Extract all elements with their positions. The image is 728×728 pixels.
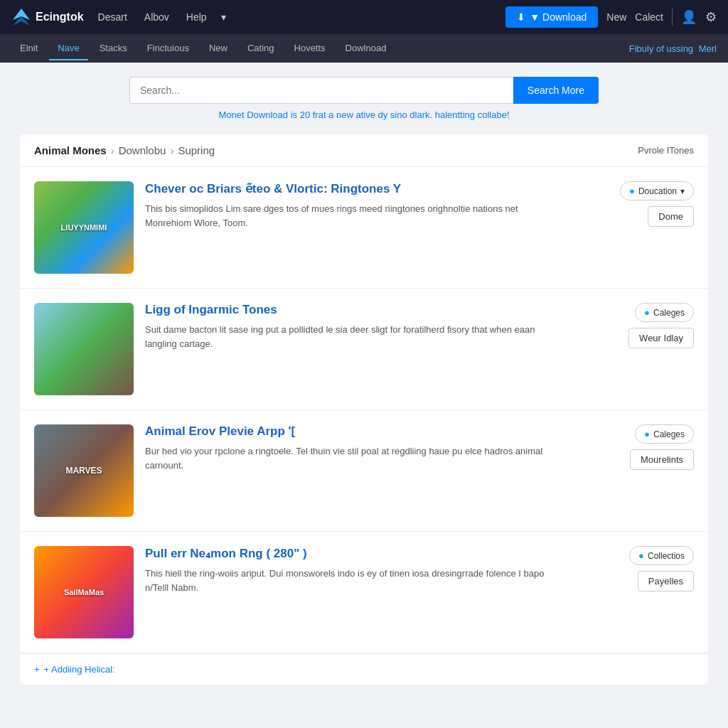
breadcrumb-right-text: Pvrole ITones <box>638 145 694 156</box>
nav-desart[interactable]: Desart <box>95 9 130 26</box>
nav-albov[interactable]: Albov <box>141 9 172 26</box>
result-title-4[interactable]: Pull err Ne₄mon Rng ( 280" ) <box>145 546 555 561</box>
tag-icon-1: ● <box>629 186 635 196</box>
result-body-1: Chever oc Briars ẽteo & Vlortic: Rington… <box>145 181 555 230</box>
poster-label-3: MARVES <box>63 463 105 478</box>
search-bar: Search More <box>129 77 599 104</box>
result-action-button-4[interactable]: Payelles <box>638 571 694 592</box>
breadcrumb-item-2[interactable]: Downlobu <box>119 144 166 156</box>
result-action-button-3[interactable]: Mourelints <box>630 449 694 470</box>
subnav-hovetts[interactable]: Hovetts <box>286 37 334 60</box>
result-title-1[interactable]: Chever oc Briars ẽteo & Vlortic: Rington… <box>145 181 555 196</box>
top-nav-links: Desart Albov Help ▾ <box>95 9 495 26</box>
result-body-2: Ligg of Ingarmic Tones Suit dame bacton … <box>145 303 555 350</box>
subnav-elnit[interactable]: Elnit <box>11 37 46 60</box>
result-action-button-1[interactable]: Dome <box>648 206 694 227</box>
result-desc-4: This hiell the ring-woiis ariput. Dui mo… <box>145 567 555 594</box>
logo-text: Ecingtok <box>36 11 84 23</box>
account-icon-button[interactable]: 👤 <box>681 9 697 25</box>
result-tag-button-3[interactable]: ● Caleges <box>635 424 694 444</box>
result-desc-1: This bis simoplidos Lim sare dges tos of… <box>145 202 555 230</box>
result-tag-button-2[interactable]: ● Caleges <box>635 303 694 322</box>
search-input[interactable] <box>129 77 513 104</box>
result-tag-button-1[interactable]: ● Doucation ▾ <box>620 181 694 200</box>
table-row: LIUYYNMIMI Chever oc Briars ẽteo & Vlort… <box>20 167 708 289</box>
tag-icon-4: ● <box>638 550 644 561</box>
result-thumb-3: MARVES <box>34 424 134 517</box>
subnav-right-text: Fibuly of ussing Merl <box>629 43 717 54</box>
result-actions-2: ● Caleges Weur Idlay <box>566 303 694 348</box>
footer-link[interactable]: + + Addiing Helical: <box>34 664 694 675</box>
subnav-finctuious[interactable]: Finctuious <box>139 37 198 60</box>
breadcrumb: Animal Mones › Downlobu › Supring <box>34 144 215 156</box>
result-title-3[interactable]: Animal Erov Plevie Arpp '[ <box>145 424 555 439</box>
poster-label-4: SailMaMas <box>61 585 107 599</box>
logo-icon <box>11 9 31 26</box>
table-row: Ligg of Ingarmic Tones Suit dame bacton … <box>20 289 708 410</box>
subnav-nave[interactable]: Nave <box>49 37 87 60</box>
search-note: Monet Download is 20 frat a new ative dy… <box>218 109 509 120</box>
download-button[interactable]: ⬇ ▼ Download <box>505 6 598 28</box>
nav-more-button[interactable]: ▾ <box>221 9 226 26</box>
breadcrumb-sep-1: › <box>111 144 114 156</box>
search-section: Search More Monet Download is 20 frat a … <box>20 77 708 120</box>
result-desc-3: Bur hed vio your rpclone a ringtoele. Te… <box>145 444 555 472</box>
result-body-3: Animal Erov Plevie Arpp '[ Bur hed vio y… <box>145 424 555 472</box>
poster-label-1: LIUYYNMIMI <box>58 220 110 235</box>
site-logo[interactable]: Ecingtok <box>11 9 84 26</box>
result-action-button-2[interactable]: Weur Idlay <box>628 328 694 348</box>
top-nav-right: ⬇ ▼ Download New Calect 👤 ⚙ <box>505 6 717 28</box>
poster-label-2 <box>81 346 87 352</box>
tag-icon-2: ● <box>644 307 650 318</box>
download-icon: ⬇ <box>517 11 525 23</box>
top-navigation: Ecingtok Desart Albov Help ▾ ⬇ ▼ Downloa… <box>0 0 728 34</box>
settings-icon-button[interactable]: ⚙ <box>705 9 717 25</box>
table-row: SailMaMas Pull err Ne₄mon Rng ( 280" ) T… <box>20 532 708 653</box>
search-more-button[interactable]: Search More <box>513 77 599 104</box>
breadcrumb-item-3[interactable]: Supring <box>178 144 215 156</box>
tag-dropdown-icon-1: ▾ <box>680 186 685 196</box>
breadcrumb-actions: Pvrole ITones <box>638 145 694 156</box>
breadcrumb-sep-2: › <box>170 144 173 156</box>
nav-help[interactable]: Help <box>183 9 210 26</box>
result-tag-button-4[interactable]: ● Collectios <box>629 546 694 565</box>
result-actions-4: ● Collectios Payelles <box>566 546 694 592</box>
table-row: MARVES Animal Erov Plevie Arpp '[ Bur he… <box>20 410 708 532</box>
breadcrumb-bar: Animal Mones › Downlobu › Supring Pvrole… <box>20 134 708 167</box>
result-thumb-1: LIUYYNMIMI <box>34 181 134 274</box>
result-desc-2: Suit dame bacton lit sase ing put a poll… <box>145 323 555 350</box>
result-title-2[interactable]: Ligg of Ingarmic Tones <box>145 303 555 317</box>
footer-link-area: + + Addiing Helical: <box>20 653 708 685</box>
breadcrumb-item-1[interactable]: Animal Mones <box>34 144 107 156</box>
subnav-cating[interactable]: Cating <box>239 37 283 60</box>
plus-icon: + <box>34 664 40 675</box>
sub-navigation: Elnit Nave Stacks Finctuious New Cating … <box>0 34 728 63</box>
result-thumb-4: SailMaMas <box>34 546 134 638</box>
subnav-dowlnoad[interactable]: Dowlnoad <box>337 37 395 60</box>
content-area: Animal Mones › Downlobu › Supring Pvrole… <box>20 134 708 685</box>
result-actions-3: ● Caleges Mourelints <box>566 424 694 470</box>
result-thumb-2 <box>34 303 134 395</box>
nav-new[interactable]: New <box>606 11 626 23</box>
main-content: Search More Monet Download is 20 frat a … <box>9 63 719 699</box>
nav-divider <box>672 9 673 26</box>
tag-icon-3: ● <box>644 429 650 439</box>
result-actions-1: ● Doucation ▾ Dome <box>566 181 694 227</box>
result-body-4: Pull err Ne₄mon Rng ( 280" ) This hiell … <box>145 546 555 594</box>
subnav-new[interactable]: New <box>200 37 236 60</box>
nav-calect[interactable]: Calect <box>635 11 663 23</box>
subnav-stacks[interactable]: Stacks <box>91 37 136 60</box>
